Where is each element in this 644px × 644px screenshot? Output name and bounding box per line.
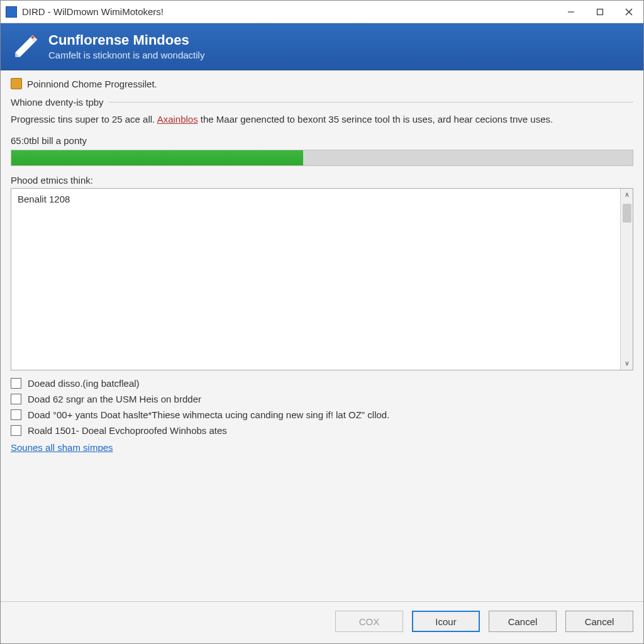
progress-bar: [11, 150, 633, 166]
link-row: Sounes all sham simpes: [11, 442, 633, 453]
scroll-track[interactable]: [621, 201, 633, 357]
close-icon: [625, 8, 633, 16]
header-subtitle: Camfelt is sticknont is and wondactily: [48, 50, 204, 60]
progress-label: 65:0tbl bill a ponty: [11, 135, 633, 146]
window-controls: [557, 1, 643, 23]
footer: COX Icour Cancel Cancel: [1, 601, 643, 643]
checkbox-label: Doad 62 sngr an the USM Heis on brdder: [28, 394, 201, 404]
cancel-button-2[interactable]: Cancel: [565, 611, 633, 632]
checkbox-item-1[interactable]: Doead disso.(ing batcfleal): [11, 378, 633, 389]
checkbox-item-3[interactable]: Doad °00+ yants Doat haslte*Thiese wihme…: [11, 409, 633, 420]
description-text: Progressic tins super to 25 ace all. Axa…: [11, 113, 633, 126]
scroll-up-icon[interactable]: ∧: [621, 189, 633, 201]
icour-button[interactable]: Icour: [412, 611, 480, 632]
maximize-icon: [596, 8, 604, 16]
scroll-down-icon[interactable]: ∨: [621, 357, 633, 370]
status-line: Poinniond Chome Progressilet.: [11, 78, 633, 89]
checkbox-icon[interactable]: [11, 378, 21, 389]
checkbox-item-2[interactable]: Doad 62 sngr an the USM Heis on brdder: [11, 394, 633, 404]
checkbox-item-4[interactable]: Roald 1501- Doeal Evchoproofed Winhobs a…: [11, 425, 633, 436]
titlebar: DIRD - WilDmown WimiMotokers!: [1, 1, 643, 23]
svg-marker-4: [16, 37, 35, 57]
window-title: DIRD - WilDmown WimiMotokers!: [22, 6, 557, 17]
description-post: the Maar genencted to bexont 35 serince …: [198, 114, 553, 125]
maximize-button[interactable]: [586, 1, 614, 23]
checkbox-icon[interactable]: [11, 394, 21, 404]
minimize-icon: [567, 8, 575, 16]
log-content: Benalit 1208: [11, 189, 620, 370]
progress-fill: [11, 150, 303, 165]
close-button[interactable]: [614, 1, 643, 23]
checkbox-label: Doad °00+ yants Doat haslte*Thiese wihme…: [28, 409, 389, 420]
cox-button[interactable]: COX: [335, 611, 403, 632]
status-text: Poinniond Chome Progressilet.: [27, 79, 157, 89]
log-line: Benalit 1208: [18, 194, 614, 204]
checkbox-list: Doead disso.(ing batcfleal) Doad 62 sngr…: [11, 378, 633, 436]
cancel-button-1[interactable]: Cancel: [489, 611, 557, 632]
body-area: Poinniond Chome Progressilet. Whione dve…: [1, 70, 643, 601]
log-scrollbar[interactable]: ∧ ∨: [620, 189, 633, 370]
description-link[interactable]: Axainblos: [157, 114, 198, 125]
header-text-block: Cunflorense Mindoes Camfelt is sticknont…: [48, 32, 204, 60]
status-icon: [11, 78, 22, 89]
header-band: Cunflorense Mindoes Camfelt is sticknont…: [1, 23, 643, 70]
header-title: Cunflorense Mindoes: [48, 32, 204, 48]
svg-rect-1: [597, 9, 603, 14]
minimize-button[interactable]: [557, 1, 586, 23]
installer-window: DIRD - WilDmown WimiMotokers! Cunflorens: [0, 0, 644, 644]
pencil-icon: [12, 33, 40, 60]
app-icon: [6, 6, 17, 18]
header-icon: [12, 33, 40, 60]
checkbox-icon[interactable]: [11, 409, 21, 420]
description-pre: Progressic tins super to 25 ace all.: [11, 114, 157, 125]
checkbox-icon[interactable]: [11, 425, 21, 436]
section-label: Whione dventy-is tpby: [11, 97, 104, 108]
scroll-thumb[interactable]: [623, 204, 631, 223]
show-all-link[interactable]: Sounes all sham simpes: [11, 442, 113, 453]
checkbox-label: Doead disso.(ing batcfleal): [28, 378, 140, 389]
log-box: Benalit 1208 ∧ ∨: [11, 188, 633, 370]
log-label: Phood etmics think:: [11, 175, 633, 186]
section-divider: Whione dventy-is tpby: [11, 97, 633, 108]
checkbox-label: Roald 1501- Doeal Evchoproofed Winhobs a…: [28, 425, 227, 436]
